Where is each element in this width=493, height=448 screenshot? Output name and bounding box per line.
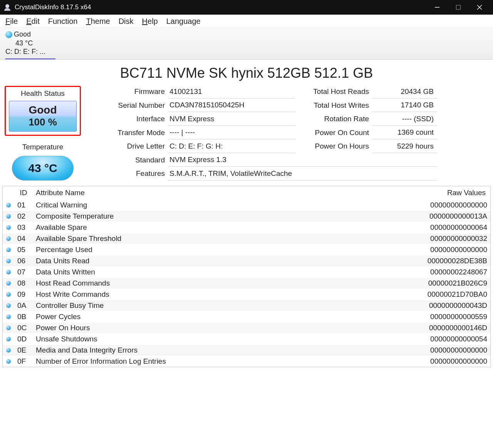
table-row[interactable]: 07Data Units Written00000002248067: [3, 267, 490, 278]
firmware-label: Firmware: [83, 85, 168, 98]
firmware-value: 41002131: [168, 85, 295, 99]
health-status-frame: Health Status Good 100 %: [5, 86, 81, 136]
table-row[interactable]: 04Available Spare Threshold0000000000003…: [3, 233, 490, 244]
menu-disk[interactable]: Disk: [119, 17, 134, 26]
row-name: Number of Error Information Log Entries: [33, 356, 341, 367]
table-row[interactable]: 03Available Spare00000000000064: [3, 222, 490, 233]
row-id: 01: [14, 200, 33, 211]
row-status-icon: [3, 222, 14, 233]
row-id: 0D: [14, 334, 33, 345]
menu-edit-label: dit: [32, 17, 40, 25]
col-id[interactable]: ID: [14, 186, 33, 200]
row-status-icon: [3, 244, 14, 256]
col-status[interactable]: [3, 186, 14, 200]
row-raw: 00000000000064: [341, 222, 490, 233]
table-row[interactable]: 02Composite Temperature0000000000013A: [3, 211, 490, 222]
menubar: File Edit Function Theme Disk Help Langu…: [0, 15, 493, 28]
standard-label: Standard: [83, 154, 168, 167]
table-row[interactable]: 06Data Units Read000000028DE38B: [3, 256, 490, 267]
close-button[interactable]: [469, 0, 490, 15]
table-row[interactable]: 0FNumber of Error Information Log Entrie…: [3, 356, 490, 367]
svg-point-0: [5, 4, 9, 8]
reads-value: 20434 GB: [372, 85, 438, 99]
row-raw: 00000000000000: [341, 200, 490, 211]
status-orb-icon: [5, 31, 12, 38]
disk-tab-letters: C: D: E: F: ...: [5, 47, 45, 56]
info-area: Health Status Good 100 % Temperature 43 …: [0, 85, 493, 184]
row-name: Data Units Written: [33, 267, 341, 278]
power-on-hours-label: Power On Hours: [295, 140, 372, 153]
menu-file[interactable]: File: [5, 17, 18, 26]
smart-table[interactable]: ID Attribute Name Raw Values 01Critical …: [3, 186, 490, 367]
row-id: 07: [14, 267, 33, 278]
maximize-button[interactable]: [448, 0, 469, 15]
transfer-mode-label: Transfer Mode: [83, 126, 168, 139]
menu-edit[interactable]: Edit: [26, 17, 39, 26]
table-row[interactable]: 08Host Read Commands00000021B026C9: [3, 278, 490, 289]
smart-table-wrap: ID Attribute Name Raw Values 01Critical …: [2, 186, 491, 367]
row-status-icon: [3, 256, 14, 267]
row-raw: 00000000000000: [341, 356, 490, 367]
minimize-button[interactable]: [426, 0, 448, 15]
table-row[interactable]: 0AController Busy Time0000000000043D: [3, 300, 490, 311]
disk-tab-temp: 43 °C: [5, 39, 45, 48]
disk-tab-status: Good: [14, 30, 31, 38]
menu-help[interactable]: Help: [142, 17, 158, 26]
menu-file-label: ile: [10, 17, 18, 25]
disk-tab[interactable]: Good 43 °C C: D: E: F: ...: [3, 28, 49, 59]
row-name: Critical Warning: [33, 200, 341, 211]
table-row[interactable]: 01Critical Warning00000000000000: [3, 200, 490, 211]
row-id: 08: [14, 278, 33, 289]
table-row[interactable]: 0DUnsafe Shutdowns00000000000054: [3, 334, 490, 345]
rotation-label: Rotation Rate: [295, 112, 372, 125]
table-row[interactable]: 09Host Write Commands00000021D70BA0: [3, 289, 490, 300]
temperature-value: 43 °C: [28, 162, 57, 175]
row-id: 04: [14, 233, 33, 244]
menu-function[interactable]: Function: [48, 17, 78, 26]
row-name: Composite Temperature: [33, 211, 341, 222]
table-row[interactable]: 05Percentage Used00000000000000: [3, 244, 490, 256]
row-raw: 00000000000032: [341, 233, 490, 244]
table-row[interactable]: 0BPower Cycles00000000000559: [3, 311, 490, 323]
row-raw: 00000000000054: [341, 334, 490, 345]
row-raw: 0000000000146D: [341, 323, 490, 334]
row-id: 02: [14, 211, 33, 222]
row-raw: 00000000000000: [341, 244, 490, 256]
menu-language-label: Language: [166, 17, 201, 25]
table-row[interactable]: 0EMedia and Data Integrity Errors0000000…: [3, 345, 490, 356]
row-raw: 0000000000043D: [341, 300, 490, 311]
row-raw: 0000000000013A: [341, 211, 490, 222]
col-raw[interactable]: Raw Values: [341, 186, 490, 200]
table-row[interactable]: 0CPower On Hours0000000000146D: [3, 323, 490, 334]
menu-language[interactable]: Language: [166, 17, 201, 26]
row-raw: 00000000000000: [341, 345, 490, 356]
details-grid: Firmware 41002131 Total Host Reads 20434…: [83, 85, 491, 181]
drive-letter-label: Drive Letter: [83, 140, 168, 153]
row-id: 09: [14, 289, 33, 300]
features-value: S.M.A.R.T., TRIM, VolatileWriteCache: [168, 167, 438, 181]
menu-theme[interactable]: Theme: [86, 17, 110, 26]
drive-title: BC711 NVMe SK hynix 512GB 512.1 GB: [0, 60, 493, 85]
row-name: Available Spare Threshold: [33, 233, 341, 244]
svg-rect-2: [456, 5, 460, 10]
col-name[interactable]: Attribute Name: [33, 186, 341, 200]
interface-label: Interface: [83, 112, 168, 125]
row-status-icon: [3, 211, 14, 222]
row-status-icon: [3, 345, 14, 356]
row-name: Controller Busy Time: [33, 300, 341, 311]
row-name: Percentage Used: [33, 244, 341, 256]
reads-label: Total Host Reads: [295, 85, 372, 98]
window-title: CrystalDiskInfo 8.17.5 x64: [15, 3, 426, 11]
power-on-hours-value: 5229 hours: [372, 140, 438, 153]
row-id: 06: [14, 256, 33, 267]
row-name: Unsafe Shutdowns: [33, 334, 341, 345]
temperature-badge[interactable]: 43 °C: [12, 156, 74, 181]
row-status-icon: [3, 334, 14, 345]
health-badge[interactable]: Good 100 %: [9, 101, 77, 132]
row-status-icon: [3, 267, 14, 278]
row-id: 0C: [14, 323, 33, 334]
row-status-icon: [3, 356, 14, 367]
row-id: 0E: [14, 345, 33, 356]
features-label: Features: [83, 167, 168, 180]
menu-help-label: elp: [148, 17, 158, 25]
